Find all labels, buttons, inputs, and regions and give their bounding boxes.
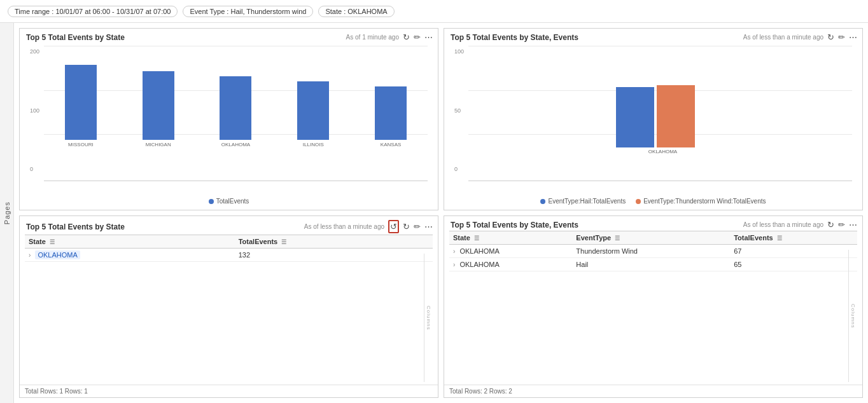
- cell-state-2: › OKLAHOMA: [449, 258, 572, 271]
- col-state: State ☰: [25, 235, 235, 249]
- bar-missouri: MISSOURI: [44, 65, 118, 147]
- time-range-filter[interactable]: Time range : 10/01/07 at 06:00 - 10/31/0…: [8, 6, 178, 17]
- table-row[interactable]: › OKLAHOMA Thunderstorm Wind 67: [449, 245, 857, 258]
- col-total-events-r: TotalEvents ☰: [730, 231, 857, 245]
- top-right-legend: EventType:Hail:TotalEvents EventType:Thu…: [449, 195, 857, 207]
- bottom-left-timestamp: As of less than a minute ago: [304, 223, 384, 230]
- panel-bottom-right-controls: As of less than a minute ago ↻ ✏ ⋯: [743, 220, 857, 229]
- cell-oklahoma: OKLAHOMA: [35, 250, 80, 259]
- bottom-right-table-content: State ☰ EventType ☰ TotalEvents ☰: [444, 231, 862, 385]
- legend-dot-thunderstorm: [636, 199, 641, 204]
- top-right-timestamp: As of less than a minute ago: [743, 34, 823, 41]
- top-right-edit-icon[interactable]: ✏: [838, 32, 845, 42]
- panel-bottom-right-header: Top 5 Total Events by State, Events As o…: [444, 216, 862, 231]
- bottom-right-refresh-icon[interactable]: ↻: [827, 220, 834, 229]
- expand-icon[interactable]: ›: [29, 252, 31, 259]
- cell-total-events-2: 65: [730, 258, 857, 271]
- bottom-left-refresh-icon[interactable]: ↻: [403, 222, 410, 231]
- bar-kansas: KANSAS: [354, 86, 428, 147]
- panel-bottom-left: Top 5 Total Events by State As of less t…: [19, 215, 438, 398]
- col-state-sort-icon[interactable]: ☰: [50, 239, 55, 245]
- cell-state-1: › OKLAHOMA: [449, 245, 572, 258]
- bottom-left-footer: Total Rows: 1 Rows: 1: [20, 385, 438, 397]
- bottom-right-columns-handle[interactable]: Columns: [848, 250, 857, 382]
- panel-top-right-title: Top 5 Total Events by State, Events: [451, 33, 578, 42]
- pages-tab[interactable]: Pages: [0, 23, 14, 403]
- main-content: Top 5 Total Events by State As of 1 minu…: [14, 23, 868, 403]
- panel-bottom-left-controls: As of less than a minute ago ↺ ↻ ✏ ⋯: [304, 220, 433, 233]
- top-left-refresh-icon[interactable]: ↻: [403, 32, 410, 42]
- panel-top-right-controls: As of less than a minute ago ↻ ✏ ⋯: [743, 32, 857, 42]
- expand-icon-2[interactable]: ›: [453, 261, 455, 268]
- panel-bottom-right: Top 5 Total Events by State, Events As o…: [444, 215, 863, 398]
- top-left-timestamp: As of 1 minute ago: [346, 34, 399, 41]
- bottom-right-table: State ☰ EventType ☰ TotalEvents ☰: [449, 231, 857, 271]
- col-total-events-sort-icon[interactable]: ☰: [281, 239, 286, 245]
- bar-oklahoma: OKLAHOMA: [199, 76, 273, 147]
- panel-top-right: Top 5 Total Events by State, Events As o…: [444, 28, 863, 210]
- cell-event-type-1: Thunderstorm Wind: [572, 245, 730, 258]
- cell-state: › OKLAHOMA: [25, 249, 235, 262]
- top-left-edit-icon[interactable]: ✏: [414, 32, 421, 42]
- panel-top-left: Top 5 Total Events by State As of 1 minu…: [19, 28, 438, 210]
- bottom-right-timestamp: As of less than a minute ago: [743, 221, 823, 228]
- top-left-bars: MISSOURI MICHIGAN OKLAHOMA ILLINOIS: [25, 46, 433, 147]
- panel-bottom-right-title: Top 5 Total Events by State, Events: [451, 221, 578, 229]
- bottom-left-back-icon[interactable]: ↺: [388, 220, 399, 233]
- expand-icon-1[interactable]: ›: [453, 248, 455, 255]
- cell-event-type-2: Hail: [572, 258, 730, 271]
- top-left-legend: TotalEvents: [25, 195, 433, 207]
- panel-top-right-header: Top 5 Total Events by State, Events As o…: [444, 29, 862, 43]
- bottom-left-table: State ☰ TotalEvents ☰ ›: [25, 235, 433, 262]
- top-right-x-label: OKLAHOMA: [468, 149, 857, 154]
- top-right-chart-area: 100 50 0: [444, 43, 862, 210]
- bar-group-oklahoma: [616, 85, 705, 147]
- bar-michigan: MICHIGAN: [122, 71, 195, 147]
- col-event-type: EventType ☰: [572, 231, 730, 245]
- col-state-r: State ☰: [449, 231, 572, 245]
- bar-illinois: ILLINOIS: [276, 81, 350, 147]
- col-event-type-sort-icon[interactable]: ☰: [615, 235, 620, 242]
- panel-top-left-title: Top 5 Total Events by State: [26, 33, 125, 42]
- panel-bottom-left-title: Top 5 Total Events by State: [26, 222, 125, 231]
- top-bar: Time range : 10/01/07 at 06:00 - 10/31/0…: [0, 0, 868, 23]
- top-right-bars: [449, 46, 857, 147]
- bottom-left-table-content: State ☰ TotalEvents ☰ ›: [20, 235, 438, 385]
- cell-total-events-1: 67: [730, 245, 857, 258]
- table-row[interactable]: › OKLAHOMA Hail 65: [449, 258, 857, 271]
- legend-label-total-events: TotalEvents: [216, 198, 249, 205]
- bottom-right-footer: Total Rows: 2 Rows: 2: [444, 385, 862, 397]
- top-right-refresh-icon[interactable]: ↻: [827, 32, 834, 42]
- legend-label-thunderstorm: EventType:Thunderstorm Wind:TotalEvents: [643, 198, 766, 205]
- bottom-left-more-icon[interactable]: ⋯: [424, 222, 433, 231]
- top-left-chart-area: 200 100 0 MISSOURI: [20, 43, 438, 210]
- panel-top-left-controls: As of 1 minute ago ↻ ✏ ⋯: [346, 32, 433, 42]
- state-filter[interactable]: State : OKLAHOMA: [318, 6, 394, 17]
- legend-dot-hail: [540, 199, 545, 204]
- col-total-events: TotalEvents ☰: [235, 235, 433, 249]
- col-state-r-sort-icon[interactable]: ☰: [474, 235, 479, 242]
- table-row[interactable]: › OKLAHOMA 132: [25, 249, 433, 262]
- panel-top-left-header: Top 5 Total Events by State As of 1 minu…: [20, 29, 438, 43]
- event-type-filter[interactable]: Event Type : Hail, Thunderstorm wind: [183, 6, 313, 17]
- legend-dot-blue: [209, 199, 214, 204]
- bottom-left-columns-handle[interactable]: Columns: [424, 254, 433, 382]
- bottom-left-edit-icon[interactable]: ✏: [414, 222, 421, 231]
- legend-label-hail: EventType:Hail:TotalEvents: [548, 198, 626, 205]
- top-left-more-icon[interactable]: ⋯: [424, 32, 433, 42]
- pages-label: Pages: [3, 202, 11, 224]
- panel-bottom-left-header: Top 5 Total Events by State As of less t…: [20, 216, 438, 235]
- cell-total-events-value: 132: [235, 249, 433, 262]
- bottom-right-edit-icon[interactable]: ✏: [838, 220, 845, 229]
- bottom-right-more-icon[interactable]: ⋯: [849, 220, 857, 229]
- top-right-more-icon[interactable]: ⋯: [849, 32, 857, 42]
- col-total-events-r-sort-icon[interactable]: ☰: [777, 235, 782, 242]
